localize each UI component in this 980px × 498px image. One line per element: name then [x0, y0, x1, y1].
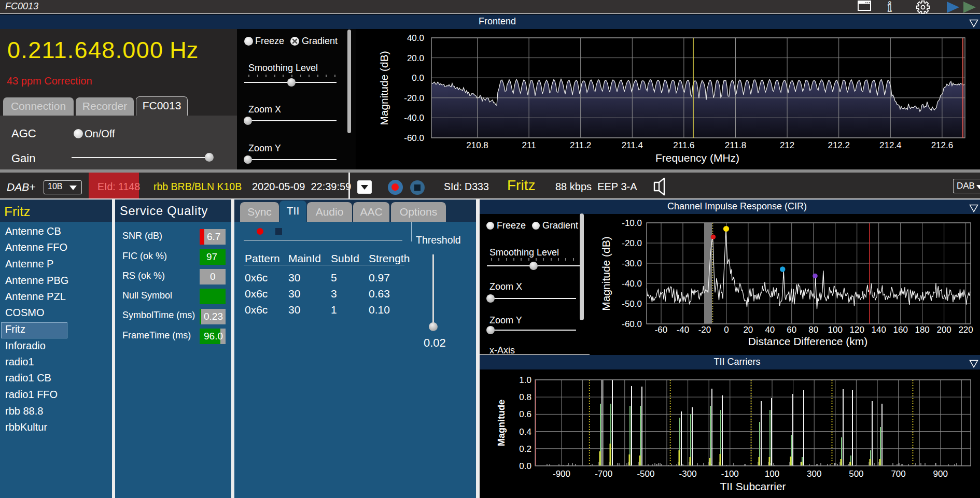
svg-text:700: 700: [891, 469, 905, 479]
svg-text:211.6: 211.6: [673, 140, 694, 150]
svg-text:-60: -60: [655, 325, 668, 335]
svg-text:0.0: 0.0: [412, 73, 424, 83]
svg-text:-700: -700: [595, 469, 612, 479]
svg-text:0.0: 0.0: [519, 461, 531, 471]
svg-text:40: 40: [765, 325, 775, 335]
svg-text:TII Subcarrier: TII Subcarrier: [720, 480, 786, 492]
svg-text:Magnitude (dB): Magnitude (dB): [600, 236, 612, 311]
svg-text:-900: -900: [553, 469, 570, 479]
svg-text:-40.0: -40.0: [622, 279, 642, 289]
svg-text:1.0: 1.0: [519, 375, 531, 385]
svg-text:Magnitude (dB): Magnitude (dB): [378, 51, 390, 125]
svg-text:60: 60: [787, 325, 796, 335]
svg-text:-10.0: -10.0: [622, 218, 642, 228]
svg-text:211.8: 211.8: [725, 140, 746, 150]
svg-text:0.2: 0.2: [519, 444, 531, 454]
svg-text:211.2: 211.2: [570, 140, 591, 150]
svg-text:160: 160: [893, 325, 907, 335]
svg-text:200: 200: [936, 325, 951, 335]
svg-text:-300: -300: [679, 469, 697, 479]
svg-text:212: 212: [780, 140, 794, 150]
svg-text:211.4: 211.4: [622, 140, 643, 150]
svg-text:-30.0: -30.0: [622, 259, 642, 268]
svg-text:220: 220: [958, 325, 973, 335]
svg-text:-20.0: -20.0: [404, 93, 424, 103]
svg-text:212.6: 212.6: [931, 140, 954, 150]
svg-text:140: 140: [872, 325, 886, 335]
svg-text:211: 211: [522, 140, 536, 150]
svg-text:500: 500: [849, 469, 863, 479]
svg-text:Frequency (MHz): Frequency (MHz): [655, 152, 739, 164]
svg-text:300: 300: [807, 469, 821, 479]
svg-text:180: 180: [915, 325, 929, 335]
svg-text:80: 80: [808, 325, 818, 335]
svg-text:100: 100: [828, 325, 843, 335]
svg-text:212.2: 212.2: [828, 140, 850, 150]
svg-text:Distance Difference (km): Distance Difference (km): [748, 335, 868, 347]
svg-text:20.0: 20.0: [407, 53, 424, 63]
svg-text:0.8: 0.8: [519, 392, 531, 402]
svg-text:900: 900: [933, 469, 948, 479]
svg-text:Magnitude: Magnitude: [496, 400, 507, 446]
svg-text:-60.0: -60.0: [404, 133, 424, 143]
svg-text:-40: -40: [677, 325, 690, 335]
svg-text:-50.0: -50.0: [622, 299, 642, 309]
svg-text:-40.0: -40.0: [404, 113, 424, 123]
svg-text:-60.0: -60.0: [622, 319, 642, 329]
svg-text:120: 120: [850, 325, 864, 335]
svg-text:0.4: 0.4: [519, 427, 531, 437]
svg-text:100: 100: [765, 469, 779, 479]
svg-text:212.4: 212.4: [879, 140, 902, 150]
svg-text:0: 0: [724, 325, 729, 335]
svg-text:0.6: 0.6: [519, 409, 531, 419]
svg-text:-500: -500: [637, 469, 654, 479]
svg-text:20: 20: [743, 325, 753, 335]
svg-text:-100: -100: [721, 469, 739, 479]
svg-text:-20.0: -20.0: [622, 238, 642, 248]
svg-text:210.8: 210.8: [466, 140, 488, 150]
svg-text:40.0: 40.0: [407, 33, 424, 43]
svg-text:-20: -20: [698, 325, 711, 335]
